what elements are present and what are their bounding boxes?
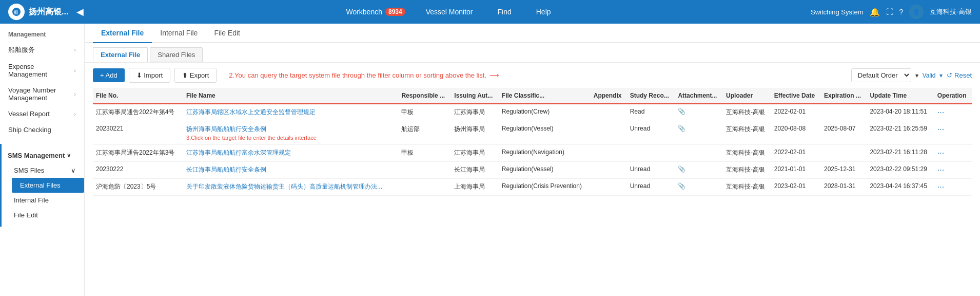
reset-button[interactable]: ↺ Reset [947,71,972,79]
col-header-7[interactable]: Attachment... [675,88,723,104]
file-name-link[interactable]: 江苏海事局辖区水域水上交通安全监督管理规定 [186,108,316,116]
sidebar-item-external-files[interactable]: External Files [12,178,84,193]
user-name[interactable]: 互海科技·高银 [930,7,972,16]
tab-file-edit[interactable]: File Edit [206,24,248,43]
export-button[interactable]: ⬆ Export [174,68,217,83]
sidebar-item-voyage-number[interactable]: Voyage Number Management › [0,82,84,106]
logo-area: 船 扬州高银... ◀ [8,4,90,20]
avatar-initials: 👤 [913,9,920,15]
col-header-4[interactable]: File Classific... [499,88,591,104]
help-nav[interactable]: Help [532,6,555,18]
sms-sub-menu: SMS Files ∨ External Files Internal File… [2,163,84,223]
col-header-1[interactable]: File Name [183,88,398,104]
sms-files-label: SMS Files [14,166,44,174]
operation-dots[interactable]: ··· [937,165,944,174]
fullscreen-icon[interactable]: ⛶ [886,8,893,16]
toolbar-annotation: 2.You can query the target system file t… [221,71,847,79]
file-name-link[interactable]: 长江海事局船舶航行安全条例 [186,166,266,173]
add-button[interactable]: + Add [93,68,125,82]
col-header-2[interactable]: Responsible ... [398,88,451,104]
sidebar-item-expense-management[interactable]: Expense Management › [0,59,84,82]
layout: Management 船舶服务 › Expense Management › V… [0,24,980,296]
vessel-monitor-nav[interactable]: Vessel Monitor [422,6,477,18]
sidebar-item-file-edit[interactable]: File Edit [6,208,84,223]
valid-label: ▾ [915,72,918,79]
expense-management-label: Expense Management [8,63,74,78]
sub-tabs: External File Shared Files [85,43,980,63]
sidebar-item-internal-file[interactable]: Internal File [6,193,84,208]
tab-external-file[interactable]: External File [93,24,152,43]
chevron-right-icon3: › [74,91,76,97]
internal-file-label: Internal File [14,196,49,204]
workbench-nav[interactable]: Workbench 8934 [346,8,405,16]
file-name-link[interactable]: 江苏海事局船舶航行富余水深管理规定 [186,149,291,156]
sms-management-label: SMS Management [8,152,65,159]
operation-dots[interactable]: ··· [937,125,944,134]
table-row[interactable]: 江苏海事局通告2022年第4号江苏海事局辖区水域水上交通安全监督管理规定甲板江苏… [93,104,972,121]
workbench-label: Workbench [346,8,382,16]
arrow-icon: ⟶ [489,71,499,79]
col-header-5[interactable]: Appendix [591,88,627,104]
col-header-3[interactable]: Issuing Aut... [451,88,498,104]
attachment-icon: 📎 [678,125,685,132]
voyage-number-label: Voyage Number Management [8,86,74,102]
file-name-link[interactable]: 扬州海事局船舶航行安全条例 [186,125,266,133]
chevron-down-icon2: ∨ [71,166,76,174]
annotation-3: 3.Click on the target file to enter the … [186,135,395,141]
find-nav[interactable]: Find [494,6,516,18]
sidebar-item-ship-service[interactable]: 船舶服务 › [0,41,84,59]
main-tabs: External File Internal File File Edit [85,24,980,43]
files-table: File No.File NameResponsible ...Issuing … [93,88,972,196]
col-header-0[interactable]: File No. [93,88,183,104]
col-header-6[interactable]: Study Reco... [627,88,675,104]
col-header-8[interactable]: Uploader [723,88,771,104]
table-row[interactable]: 江苏海事局通告2022年第3号江苏海事局船舶航行富余水深管理规定甲板江苏海事局R… [93,145,972,162]
operation-dots[interactable]: ··· [937,108,944,117]
management-label: Management [0,28,84,41]
logo-icon: 船 [8,4,25,20]
sidebar: Management 船舶服务 › Expense Management › V… [0,24,85,296]
sidebar-management-section: Management 船舶服务 › Expense Management › V… [0,24,84,142]
attachment-icon: 📎 [678,108,685,115]
top-header: 船 扬州高银... ◀ Workbench 8934 Vessel Monito… [0,0,980,24]
back-button[interactable]: ◀ [76,6,84,17]
workbench-badge: 8934 [385,8,405,16]
logo-text: 扬州高银... [29,7,68,17]
default-order-select[interactable]: Default Order [851,68,911,82]
chevron-right-icon2: › [74,67,76,73]
col-header-11[interactable]: Update Time [867,88,934,104]
table-wrap: File No.File NameResponsible ...Issuing … [85,88,980,296]
table-row[interactable]: 20230222长江海事局船舶航行安全条例长江海事局Regulation(Ves… [93,162,972,179]
col-header-10[interactable]: Expiration ... [821,88,867,104]
notification-icon[interactable]: 🔔 [870,7,880,17]
sidebar-item-vessel-report[interactable]: Vessel Report › [0,106,84,122]
sidebar-item-ship-checking[interactable]: Ship Checking [0,122,84,138]
sub-tab-external-file[interactable]: External File [93,47,148,62]
main-nav: Workbench 8934 Vessel Monitor Find Help [90,6,811,18]
valid-badge: Valid [923,72,936,79]
annotation-text-2: 2.You can query the target system file t… [229,71,486,79]
operation-dots[interactable]: ··· [937,182,944,191]
file-name-link[interactable]: 关于印发散装液体危险货物运输货主（码头）高质量运船机制管理办法... [186,183,382,190]
user-avatar[interactable]: 👤 [909,5,924,19]
help-icon[interactable]: ? [899,8,904,16]
chevron-right-icon4: › [74,111,76,117]
table-row[interactable]: 沪海危防〔2023〕5号关于印发散装液体危险货物运输货主（码头）高质量运船机制管… [93,179,972,196]
ship-checking-label: Ship Checking [8,126,51,134]
operation-dots[interactable]: ··· [937,149,944,157]
table-header: File No.File NameResponsible ...Issuing … [93,88,972,104]
chevron-down-icon: ∨ [67,152,71,159]
col-header-12[interactable]: Operation [934,88,972,104]
sidebar-item-sms-files[interactable]: SMS Files ∨ [6,163,84,178]
header-right: Switching System 🔔 ⛶ ? 👤 互海科技·高银 [811,5,972,19]
sms-section: SMS Management ∨ SMS Files ∨ External Fi… [0,144,84,227]
table-row[interactable]: 20230221扬州海事局船舶航行安全条例3.Click on the targ… [93,121,972,145]
attachment-icon: 📎 [678,182,685,190]
valid-arrow: ▾ [939,72,943,79]
col-header-9[interactable]: Effective Date [771,88,821,104]
import-button[interactable]: ⬇ Import [129,68,170,83]
tab-internal-file[interactable]: Internal File [152,24,206,43]
switching-system[interactable]: Switching System [811,8,864,16]
sidebar-sms-management[interactable]: SMS Management ∨ [2,148,84,163]
sub-tab-shared-files[interactable]: Shared Files [150,47,203,62]
